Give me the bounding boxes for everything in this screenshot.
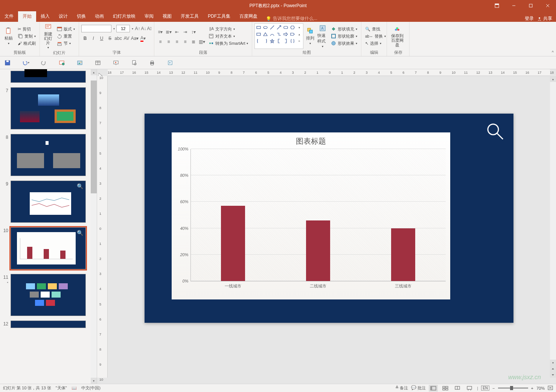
- editor-vertical-scrollbar[interactable]: ▴ ▾ ⏶ ⏷: [550, 76, 556, 378]
- bullets-button[interactable]: ≡▾: [157, 28, 164, 36]
- save-to-baidu-button[interactable]: 保存到 百度网盘: [389, 23, 405, 49]
- tab-file[interactable]: 文件: [0, 11, 18, 22]
- shape-fill-button[interactable]: 形状填充▾: [329, 26, 359, 32]
- character-spacing-button[interactable]: AV: [123, 35, 130, 42]
- tab-view[interactable]: 视图: [158, 11, 176, 22]
- tab-baidu[interactable]: 百度网盘: [235, 11, 262, 22]
- slide-thumbnail-12-partial[interactable]: [11, 321, 86, 328]
- prev-slide-button[interactable]: ⏶: [550, 366, 556, 372]
- shape-hexagon[interactable]: [289, 24, 296, 30]
- tab-home[interactable]: 开始: [18, 11, 36, 22]
- slide-thumbnails-panel[interactable]: 7 8 9 🔍 10 🔍: [0, 69, 97, 384]
- distribute-button[interactable]: ≣: [190, 38, 197, 46]
- tab-insert[interactable]: 插入: [36, 11, 54, 22]
- tab-pdf[interactable]: PDF工具集: [203, 11, 235, 22]
- comments-button[interactable]: 💬 批注: [411, 385, 426, 391]
- shape-star[interactable]: [269, 38, 275, 44]
- clear-formatting-button[interactable]: A⃠: [147, 25, 152, 32]
- shape-effects-button[interactable]: 形状效果▾: [329, 40, 359, 47]
- underline-button[interactable]: U: [98, 35, 105, 42]
- shape-pentagon[interactable]: [289, 31, 296, 37]
- tell-me-search[interactable]: 💡 告诉我您想要做什么...: [262, 15, 317, 22]
- slide-thumbnail-9[interactable]: 🔍: [11, 181, 86, 223]
- shape-brace-l[interactable]: [256, 38, 262, 44]
- qat-undo-button[interactable]: ▾: [21, 58, 30, 67]
- shapes-more-row2[interactable]: ▴: [296, 31, 302, 37]
- collapse-ribbon-button[interactable]: ^: [552, 50, 554, 55]
- ime-indicator[interactable]: EN: [481, 386, 489, 390]
- strikethrough-button[interactable]: S: [106, 35, 114, 42]
- shape-plaque[interactable]: [256, 31, 262, 37]
- decrease-indent-button[interactable]: ⇤: [173, 28, 181, 36]
- qat-picture-button[interactable]: [75, 58, 84, 67]
- slide-thumbnail-10[interactable]: 🔍: [11, 227, 86, 269]
- shape-oval[interactable]: [262, 24, 268, 30]
- qat-present-button[interactable]: [111, 58, 120, 67]
- zoom-out-button[interactable]: −: [492, 386, 495, 390]
- spellcheck-icon[interactable]: 📖: [72, 386, 77, 390]
- notes-button[interactable]: ≙ 备注: [395, 385, 408, 391]
- align-center-button[interactable]: ≡: [165, 38, 172, 46]
- font-size-dropdown[interactable]: ▾: [131, 25, 134, 32]
- canvas-viewport[interactable]: 图表标题 0%20%40%60%80%100%一线城市二线城市三线城市: [108, 76, 550, 378]
- line-spacing-button[interactable]: ↕▾: [190, 28, 197, 36]
- shape-outline-button[interactable]: 形状轮廓▾: [329, 33, 359, 40]
- shape-brace-pair[interactable]: [289, 38, 296, 44]
- slide-thumbnail-11[interactable]: [11, 274, 86, 316]
- shape-arrow[interactable]: [276, 24, 282, 30]
- find-button[interactable]: 🔍查找: [364, 26, 387, 32]
- reading-view-button[interactable]: [453, 385, 462, 392]
- font-family-dropdown[interactable]: ▾: [112, 25, 116, 32]
- shape-rounded-rect[interactable]: [283, 24, 289, 30]
- quick-styles-button[interactable]: A 快速样式 ▾: [317, 23, 328, 49]
- zoom-in-button[interactable]: +: [531, 386, 533, 390]
- shape-rectangle[interactable]: [256, 24, 262, 30]
- shape-block-arrow[interactable]: [283, 31, 289, 37]
- ribbon-display-options[interactable]: [488, 0, 505, 11]
- convert-smartart-button[interactable]: 转换为 SmartArt▾: [207, 40, 250, 47]
- language-indicator[interactable]: 中文(中国): [81, 385, 101, 391]
- minimize-button[interactable]: [505, 0, 522, 11]
- theme-name[interactable]: "天体": [56, 385, 67, 391]
- numbering-button[interactable]: ≣▾: [165, 28, 172, 36]
- new-slide-button[interactable]: 新建 幻灯片 ▾: [42, 23, 54, 49]
- fit-to-window-button[interactable]: [548, 386, 553, 391]
- scroll-up-button[interactable]: ▴: [550, 76, 556, 82]
- replace-button[interactable]: ab↔替换▾: [364, 33, 387, 40]
- tab-animations[interactable]: 动画: [90, 11, 108, 22]
- slide-counter[interactable]: 幻灯片 第 10 张，共 13 张: [3, 385, 51, 391]
- font-size-select[interactable]: [116, 25, 130, 32]
- slide-sorter-view-button[interactable]: [441, 385, 450, 392]
- zoom-level[interactable]: 70%: [536, 386, 545, 390]
- tab-review[interactable]: 审阅: [140, 11, 158, 22]
- qat-redo-button[interactable]: [39, 58, 48, 67]
- maximize-button[interactable]: [522, 0, 539, 11]
- bold-button[interactable]: B: [81, 35, 89, 42]
- shape-bracket-l[interactable]: [276, 38, 282, 44]
- shape-bracket-r[interactable]: [283, 38, 289, 44]
- vertical-ruler[interactable]: 10987654321012345678910: [97, 76, 108, 378]
- slide-thumbnail-7[interactable]: [11, 87, 86, 129]
- shapes-gallery-expand[interactable]: ≡: [296, 38, 302, 44]
- scroll-down-button[interactable]: ▾: [550, 360, 556, 366]
- copy-button[interactable]: 复制▾: [16, 33, 37, 40]
- text-direction-button[interactable]: ||A文字方向▾: [207, 26, 250, 32]
- align-right-button[interactable]: ≡: [173, 38, 181, 46]
- shape-line[interactable]: [269, 24, 275, 30]
- section-button[interactable]: 节▾: [55, 40, 76, 47]
- arrange-button[interactable]: 排列 ▾: [305, 23, 316, 49]
- shape-connector[interactable]: [276, 31, 282, 37]
- login-link[interactable]: 登录: [525, 15, 534, 22]
- cut-button[interactable]: ✂剪切: [16, 26, 37, 32]
- slide-thumbnail-6-partial[interactable]: [11, 71, 86, 83]
- increase-indent-button[interactable]: ⇥: [181, 28, 189, 36]
- reset-button[interactable]: 重置: [55, 33, 76, 40]
- shapes-gallery[interactable]: ▾ ▴ ≡: [254, 23, 303, 49]
- font-color-button[interactable]: A▾: [139, 35, 147, 42]
- qat-save-button[interactable]: [3, 58, 12, 67]
- zoom-slider[interactable]: [498, 387, 528, 389]
- shapes-more-row1[interactable]: ▾: [296, 24, 302, 30]
- align-text-button[interactable]: 对齐文本▾: [207, 33, 250, 40]
- shape-curve[interactable]: [269, 31, 275, 37]
- qat-print-preview-button[interactable]: [129, 58, 139, 67]
